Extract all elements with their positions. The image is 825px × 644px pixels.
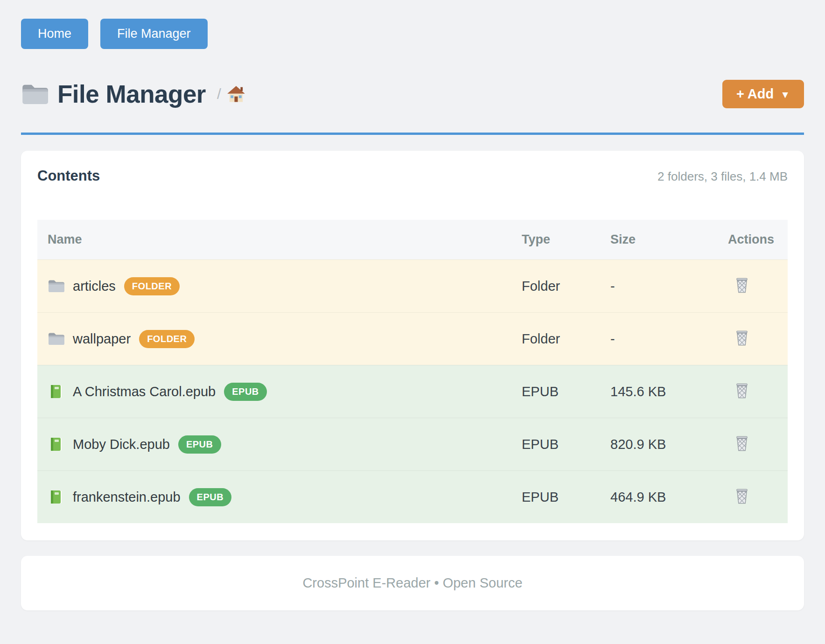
delete-button[interactable] bbox=[728, 383, 749, 401]
add-button-label: + Add bbox=[736, 86, 774, 102]
folder-icon bbox=[48, 279, 64, 294]
column-header-type: Type bbox=[522, 232, 610, 247]
table-row: articles FOLDER Folder - bbox=[37, 259, 788, 312]
delete-button[interactable] bbox=[728, 488, 749, 506]
size-cell: 145.6 KB bbox=[610, 384, 728, 399]
folder-icon bbox=[48, 331, 64, 346]
type-cell: Folder bbox=[522, 279, 610, 294]
size-cell: - bbox=[610, 331, 728, 347]
book-icon bbox=[48, 490, 64, 504]
trash-icon bbox=[734, 383, 749, 401]
table-header-row: Name Type Size Actions bbox=[37, 220, 788, 259]
nav-file-manager-button[interactable]: File Manager bbox=[100, 19, 208, 49]
top-nav: Home File Manager bbox=[21, 19, 804, 49]
column-header-name: Name bbox=[48, 232, 522, 247]
delete-button[interactable] bbox=[728, 435, 749, 454]
breadcrumb-separator: / bbox=[217, 85, 221, 103]
file-table: Name Type Size Actions bbox=[37, 220, 788, 523]
delete-button[interactable] bbox=[728, 277, 749, 295]
type-badge: FOLDER bbox=[139, 330, 195, 348]
item-name-link[interactable]: frankenstein.epub bbox=[73, 490, 181, 505]
column-header-size: Size bbox=[610, 232, 728, 247]
type-badge: FOLDER bbox=[124, 277, 180, 295]
footer-text: CrossPoint E-Reader • Open Source bbox=[302, 575, 522, 591]
name-cell: articles FOLDER bbox=[48, 277, 522, 295]
type-cell: EPUB bbox=[522, 384, 610, 399]
actions-cell bbox=[728, 383, 777, 401]
footer: CrossPoint E-Reader • Open Source bbox=[21, 556, 804, 610]
type-badge: EPUB bbox=[189, 488, 232, 506]
contents-card-header: Contents 2 folders, 3 files, 1.4 MB bbox=[37, 168, 788, 186]
contents-title: Contents bbox=[37, 168, 100, 184]
table-row: Moby Dick.epub EPUB EPUB 820.9 KB bbox=[37, 418, 788, 470]
breadcrumb: / bbox=[217, 85, 245, 103]
name-cell: wallpaper FOLDER bbox=[48, 330, 522, 348]
trash-icon bbox=[734, 330, 749, 348]
name-cell: Moby Dick.epub EPUB bbox=[48, 435, 522, 454]
type-badge: EPUB bbox=[178, 435, 221, 454]
house-icon[interactable] bbox=[227, 85, 245, 103]
name-cell: frankenstein.epub EPUB bbox=[48, 488, 522, 506]
add-button[interactable]: + Add ▼ bbox=[722, 80, 804, 108]
size-cell: 464.9 KB bbox=[610, 490, 728, 505]
table-row: wallpaper FOLDER Folder - bbox=[37, 312, 788, 365]
actions-cell bbox=[728, 330, 777, 348]
size-cell: - bbox=[610, 279, 728, 294]
table-row: frankenstein.epub EPUB EPUB 464.9 KB bbox=[37, 470, 788, 523]
table-body: articles FOLDER Folder - bbox=[37, 259, 788, 523]
contents-summary: 2 folders, 3 files, 1.4 MB bbox=[657, 169, 788, 184]
column-header-actions: Actions bbox=[728, 232, 777, 247]
actions-cell bbox=[728, 435, 777, 454]
item-name-link[interactable]: Moby Dick.epub bbox=[73, 437, 170, 452]
book-icon bbox=[48, 384, 64, 399]
type-cell: EPUB bbox=[522, 437, 610, 452]
page-title: File Manager bbox=[57, 80, 206, 108]
type-cell: EPUB bbox=[522, 490, 610, 505]
name-cell: A Christmas Carol.epub EPUB bbox=[48, 383, 522, 401]
page: Home File Manager File Manager / bbox=[0, 0, 825, 610]
type-badge: EPUB bbox=[224, 383, 267, 401]
item-name-link[interactable]: wallpaper bbox=[73, 331, 131, 347]
actions-cell bbox=[728, 488, 777, 506]
trash-icon bbox=[734, 488, 749, 506]
trash-icon bbox=[734, 435, 749, 454]
trash-icon bbox=[734, 277, 749, 295]
page-header: File Manager / + Add ▼ bbox=[21, 80, 804, 108]
nav-home-button[interactable]: Home bbox=[21, 19, 88, 49]
type-cell: Folder bbox=[522, 331, 610, 347]
chevron-down-icon: ▼ bbox=[780, 89, 790, 100]
title-wrap: File Manager / bbox=[21, 80, 245, 108]
book-icon bbox=[48, 437, 64, 452]
item-name-link[interactable]: articles bbox=[73, 279, 116, 294]
table-row: A Christmas Carol.epub EPUB EPUB 145.6 K… bbox=[37, 365, 788, 418]
actions-cell bbox=[728, 277, 777, 295]
delete-button[interactable] bbox=[728, 330, 749, 348]
folder-icon bbox=[21, 83, 48, 106]
item-name-link[interactable]: A Christmas Carol.epub bbox=[73, 384, 216, 399]
accent-divider bbox=[21, 133, 804, 135]
contents-card: Contents 2 folders, 3 files, 1.4 MB Name… bbox=[21, 151, 804, 540]
size-cell: 820.9 KB bbox=[610, 437, 728, 452]
